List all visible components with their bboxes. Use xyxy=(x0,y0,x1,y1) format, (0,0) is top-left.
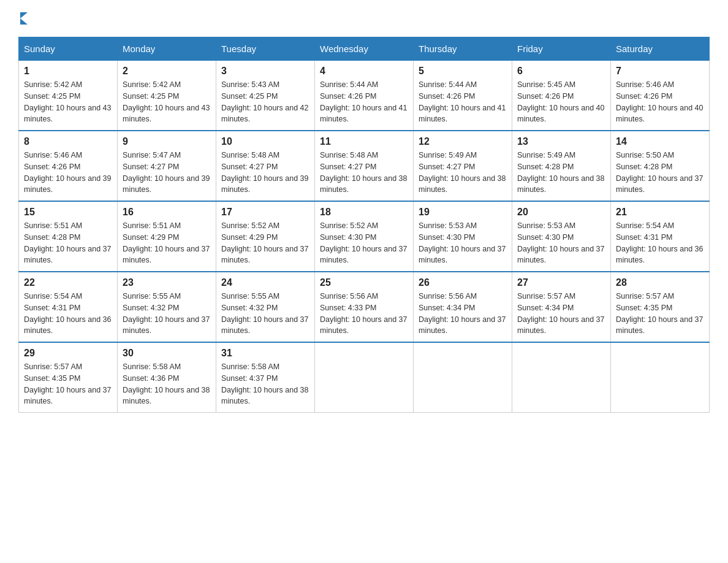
day-info: Sunrise: 5:57 AMSunset: 4:35 PMDaylight:… xyxy=(616,291,704,337)
day-info: Sunrise: 5:58 AMSunset: 4:37 PMDaylight:… xyxy=(221,361,309,407)
day-cell: 31 Sunrise: 5:58 AMSunset: 4:37 PMDaylig… xyxy=(216,342,315,413)
day-cell: 23 Sunrise: 5:55 AMSunset: 4:32 PMDaylig… xyxy=(118,272,216,342)
day-number: 19 xyxy=(419,207,507,218)
day-number: 29 xyxy=(24,348,112,359)
day-number: 2 xyxy=(123,66,211,77)
day-info: Sunrise: 5:49 AMSunset: 4:28 PMDaylight:… xyxy=(517,150,605,196)
day-cell: 12 Sunrise: 5:49 AMSunset: 4:27 PMDaylig… xyxy=(414,131,512,201)
day-cell: 20 Sunrise: 5:53 AMSunset: 4:30 PMDaylig… xyxy=(512,201,611,272)
calendar-header-row: SundayMondayTuesdayWednesdayThursdayFrid… xyxy=(19,37,710,61)
day-info: Sunrise: 5:46 AMSunset: 4:26 PMDaylight:… xyxy=(24,150,112,196)
day-info: Sunrise: 5:51 AMSunset: 4:28 PMDaylight:… xyxy=(24,220,112,266)
day-cell xyxy=(611,342,710,413)
day-cell: 5 Sunrise: 5:44 AMSunset: 4:26 PMDayligh… xyxy=(414,61,512,131)
day-info: Sunrise: 5:48 AMSunset: 4:27 PMDaylight:… xyxy=(221,150,309,196)
day-info: Sunrise: 5:52 AMSunset: 4:29 PMDaylight:… xyxy=(221,220,309,266)
day-number: 28 xyxy=(616,277,704,288)
day-cell: 28 Sunrise: 5:57 AMSunset: 4:35 PMDaylig… xyxy=(611,272,710,342)
day-cell: 10 Sunrise: 5:48 AMSunset: 4:27 PMDaylig… xyxy=(216,131,315,201)
day-cell: 17 Sunrise: 5:52 AMSunset: 4:29 PMDaylig… xyxy=(216,201,315,272)
day-cell: 27 Sunrise: 5:57 AMSunset: 4:34 PMDaylig… xyxy=(512,272,611,342)
day-cell: 2 Sunrise: 5:42 AMSunset: 4:25 PMDayligh… xyxy=(118,61,216,131)
day-info: Sunrise: 5:53 AMSunset: 4:30 PMDaylight:… xyxy=(419,220,507,266)
day-cell: 7 Sunrise: 5:46 AMSunset: 4:26 PMDayligh… xyxy=(611,61,710,131)
header-wednesday: Wednesday xyxy=(315,37,414,61)
day-info: Sunrise: 5:55 AMSunset: 4:32 PMDaylight:… xyxy=(123,291,211,337)
day-cell: 11 Sunrise: 5:48 AMSunset: 4:27 PMDaylig… xyxy=(315,131,414,201)
day-info: Sunrise: 5:57 AMSunset: 4:34 PMDaylight:… xyxy=(517,291,605,337)
week-row-5: 29 Sunrise: 5:57 AMSunset: 4:35 PMDaylig… xyxy=(19,342,710,413)
day-cell: 30 Sunrise: 5:58 AMSunset: 4:36 PMDaylig… xyxy=(118,342,216,413)
week-row-2: 8 Sunrise: 5:46 AMSunset: 4:26 PMDayligh… xyxy=(19,131,710,201)
day-info: Sunrise: 5:50 AMSunset: 4:28 PMDaylight:… xyxy=(616,150,704,196)
day-cell: 21 Sunrise: 5:54 AMSunset: 4:31 PMDaylig… xyxy=(611,201,710,272)
day-info: Sunrise: 5:48 AMSunset: 4:27 PMDaylight:… xyxy=(320,150,408,196)
day-number: 25 xyxy=(320,277,408,288)
day-cell: 15 Sunrise: 5:51 AMSunset: 4:28 PMDaylig… xyxy=(19,201,118,272)
day-cell: 18 Sunrise: 5:52 AMSunset: 4:30 PMDaylig… xyxy=(315,201,414,272)
day-number: 27 xyxy=(517,277,605,288)
day-cell xyxy=(315,342,414,413)
day-cell: 1 Sunrise: 5:42 AMSunset: 4:25 PMDayligh… xyxy=(19,61,118,131)
day-info: Sunrise: 5:57 AMSunset: 4:35 PMDaylight:… xyxy=(24,361,112,407)
day-number: 22 xyxy=(24,277,112,288)
day-number: 8 xyxy=(24,136,112,147)
day-cell: 8 Sunrise: 5:46 AMSunset: 4:26 PMDayligh… xyxy=(19,131,118,201)
week-row-1: 1 Sunrise: 5:42 AMSunset: 4:25 PMDayligh… xyxy=(19,61,710,131)
day-info: Sunrise: 5:51 AMSunset: 4:29 PMDaylight:… xyxy=(123,220,211,266)
header-thursday: Thursday xyxy=(414,37,512,61)
day-number: 13 xyxy=(517,136,605,147)
day-number: 31 xyxy=(221,348,309,359)
calendar-table: SundayMondayTuesdayWednesdayThursdayFrid… xyxy=(18,37,710,413)
day-number: 6 xyxy=(517,66,605,77)
header-monday: Monday xyxy=(118,37,216,61)
day-info: Sunrise: 5:45 AMSunset: 4:26 PMDaylight:… xyxy=(517,79,605,125)
day-cell: 13 Sunrise: 5:49 AMSunset: 4:28 PMDaylig… xyxy=(512,131,611,201)
day-info: Sunrise: 5:43 AMSunset: 4:25 PMDaylight:… xyxy=(221,79,309,125)
day-cell: 14 Sunrise: 5:50 AMSunset: 4:28 PMDaylig… xyxy=(611,131,710,201)
day-cell: 4 Sunrise: 5:44 AMSunset: 4:26 PMDayligh… xyxy=(315,61,414,131)
day-info: Sunrise: 5:49 AMSunset: 4:27 PMDaylight:… xyxy=(419,150,507,196)
day-number: 30 xyxy=(123,348,211,359)
day-number: 7 xyxy=(616,66,704,77)
header-tuesday: Tuesday xyxy=(216,37,315,61)
week-row-4: 22 Sunrise: 5:54 AMSunset: 4:31 PMDaylig… xyxy=(19,272,710,342)
day-number: 11 xyxy=(320,136,408,147)
day-info: Sunrise: 5:47 AMSunset: 4:27 PMDaylight:… xyxy=(123,150,211,196)
day-number: 20 xyxy=(517,207,605,218)
logo xyxy=(18,12,28,25)
day-number: 10 xyxy=(221,136,309,147)
day-info: Sunrise: 5:42 AMSunset: 4:25 PMDaylight:… xyxy=(123,79,211,125)
week-row-3: 15 Sunrise: 5:51 AMSunset: 4:28 PMDaylig… xyxy=(19,201,710,272)
day-info: Sunrise: 5:56 AMSunset: 4:33 PMDaylight:… xyxy=(320,291,408,337)
day-cell: 6 Sunrise: 5:45 AMSunset: 4:26 PMDayligh… xyxy=(512,61,611,131)
day-info: Sunrise: 5:58 AMSunset: 4:36 PMDaylight:… xyxy=(123,361,211,407)
day-info: Sunrise: 5:46 AMSunset: 4:26 PMDaylight:… xyxy=(616,79,704,125)
header-saturday: Saturday xyxy=(611,37,710,61)
day-number: 18 xyxy=(320,207,408,218)
day-number: 21 xyxy=(616,207,704,218)
day-number: 9 xyxy=(123,136,211,147)
day-number: 3 xyxy=(221,66,309,77)
day-cell: 24 Sunrise: 5:55 AMSunset: 4:32 PMDaylig… xyxy=(216,272,315,342)
day-info: Sunrise: 5:53 AMSunset: 4:30 PMDaylight:… xyxy=(517,220,605,266)
day-number: 26 xyxy=(419,277,507,288)
day-info: Sunrise: 5:56 AMSunset: 4:34 PMDaylight:… xyxy=(419,291,507,337)
day-info: Sunrise: 5:44 AMSunset: 4:26 PMDaylight:… xyxy=(419,79,507,125)
header-friday: Friday xyxy=(512,37,611,61)
day-cell xyxy=(414,342,512,413)
day-number: 24 xyxy=(221,277,309,288)
day-cell: 3 Sunrise: 5:43 AMSunset: 4:25 PMDayligh… xyxy=(216,61,315,131)
day-cell: 22 Sunrise: 5:54 AMSunset: 4:31 PMDaylig… xyxy=(19,272,118,342)
header xyxy=(18,12,710,25)
day-info: Sunrise: 5:44 AMSunset: 4:26 PMDaylight:… xyxy=(320,79,408,125)
day-number: 17 xyxy=(221,207,309,218)
day-info: Sunrise: 5:54 AMSunset: 4:31 PMDaylight:… xyxy=(616,220,704,266)
day-cell: 26 Sunrise: 5:56 AMSunset: 4:34 PMDaylig… xyxy=(414,272,512,342)
day-cell: 19 Sunrise: 5:53 AMSunset: 4:30 PMDaylig… xyxy=(414,201,512,272)
day-info: Sunrise: 5:42 AMSunset: 4:25 PMDaylight:… xyxy=(24,79,112,125)
day-number: 15 xyxy=(24,207,112,218)
day-number: 14 xyxy=(616,136,704,147)
day-cell: 16 Sunrise: 5:51 AMSunset: 4:29 PMDaylig… xyxy=(118,201,216,272)
day-cell: 25 Sunrise: 5:56 AMSunset: 4:33 PMDaylig… xyxy=(315,272,414,342)
